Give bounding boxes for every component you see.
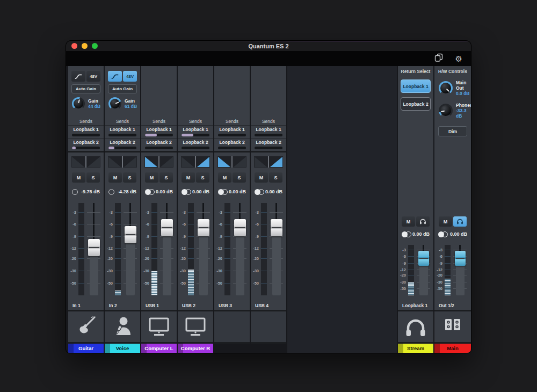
- fader-track[interactable]: [416, 245, 431, 295]
- fader-cap[interactable]: [125, 226, 136, 243]
- fader-track[interactable]: [122, 203, 138, 295]
- mute-button[interactable]: M: [218, 172, 231, 183]
- stereo-link-toggle[interactable]: [438, 231, 448, 237]
- phantom-power-button[interactable]: 48V: [86, 71, 100, 82]
- fader-track[interactable]: [232, 203, 248, 295]
- mono-link-toggle[interactable]: [108, 189, 114, 195]
- fader-cap[interactable]: [198, 219, 209, 236]
- monitor-name[interactable]: Loopback 1: [398, 301, 433, 310]
- fader-track[interactable]: [159, 203, 175, 295]
- mute-button[interactable]: M: [72, 172, 85, 183]
- mute-button[interactable]: M: [145, 172, 158, 183]
- send-level-bar[interactable]: [72, 147, 100, 149]
- channel-name[interactable]: In 1: [68, 301, 104, 310]
- return-select-button[interactable]: Loopback 2: [401, 97, 431, 111]
- pan-control[interactable]: [254, 156, 283, 168]
- main-out-knob[interactable]: [439, 81, 453, 95]
- gain-knob[interactable]: [72, 97, 85, 110]
- pan-center-line: [158, 156, 159, 168]
- mute-button[interactable]: M: [255, 172, 268, 183]
- gain-knob[interactable]: [108, 97, 121, 110]
- phones-assign-button[interactable]: [453, 216, 467, 227]
- channel-name[interactable]: USB 4: [251, 301, 286, 310]
- send-label: Loopback 2: [214, 140, 250, 145]
- send-level-bar[interactable]: [182, 134, 209, 136]
- fader-cap[interactable]: [271, 219, 282, 236]
- send-level-bar[interactable]: [145, 134, 173, 136]
- mute-button[interactable]: M: [182, 172, 195, 183]
- mono-link-toggle[interactable]: [72, 189, 78, 195]
- channel-color-label[interactable]: Voice: [105, 344, 140, 353]
- channel-name[interactable]: USB 2: [178, 301, 213, 310]
- channel-color-label[interactable]: Stream: [398, 344, 433, 353]
- settings-gear-icon[interactable]: ⚙︎: [455, 55, 462, 63]
- scenes-icon[interactable]: [434, 53, 444, 64]
- send-level-bar[interactable]: [182, 147, 209, 149]
- send-level-bar[interactable]: [72, 134, 100, 136]
- solo-button[interactable]: S: [123, 172, 136, 183]
- fader-cap[interactable]: [88, 239, 100, 256]
- fader-cap[interactable]: [455, 251, 466, 266]
- monitor-name[interactable]: Out 1/2: [434, 301, 471, 310]
- send-level-bar[interactable]: [255, 147, 282, 149]
- fader-track[interactable]: [195, 203, 211, 295]
- dim-button[interactable]: Dim: [438, 126, 467, 136]
- send-level-bar[interactable]: [218, 147, 246, 149]
- channel-name[interactable]: USB 1: [141, 301, 177, 310]
- auto-gain-button[interactable]: Auto Gain: [71, 84, 100, 93]
- fader-cap[interactable]: [418, 251, 429, 266]
- knob-pointer: [439, 104, 452, 117]
- channel-color-label[interactable]: Main: [434, 344, 471, 353]
- solo-button[interactable]: S: [86, 172, 100, 183]
- send-level-bar[interactable]: [145, 147, 173, 149]
- scale-label: -20: [180, 256, 186, 261]
- stereo-link-toggle[interactable]: [255, 189, 264, 195]
- mute-button[interactable]: M: [402, 216, 415, 227]
- stereo-link-toggle[interactable]: [182, 189, 191, 195]
- send-level-bar[interactable]: [218, 134, 246, 136]
- fader-track[interactable]: [86, 203, 101, 295]
- highpass-filter-button[interactable]: [71, 71, 85, 82]
- return-select-button[interactable]: Loopback 1: [401, 79, 431, 93]
- send-level-fill: [182, 134, 193, 136]
- pan-control[interactable]: [181, 156, 210, 168]
- phones-knob[interactable]: [439, 104, 453, 118]
- minimize-button[interactable]: [82, 43, 88, 49]
- fader-track[interactable]: [268, 203, 284, 295]
- sends-header: Sends: [251, 117, 286, 125]
- highpass-filter-button[interactable]: [108, 71, 122, 82]
- stereo-link-toggle[interactable]: [402, 231, 411, 237]
- pan-control[interactable]: [144, 156, 173, 168]
- solo-button[interactable]: S: [269, 172, 282, 183]
- channel-color-label[interactable]: Computer R: [178, 344, 213, 353]
- scale-label: -3: [439, 248, 442, 252]
- channel-color-label[interactable]: Guitar: [68, 344, 104, 353]
- channel-strip: Sends Loopback 1 Loopback 2 M S 0.00 dB …: [214, 66, 250, 353]
- send-level-bar[interactable]: [108, 147, 136, 149]
- solo-button[interactable]: S: [233, 172, 246, 183]
- close-button[interactable]: [71, 43, 77, 49]
- pan-control[interactable]: [217, 156, 246, 168]
- phantom-power-button[interactable]: 48V: [123, 71, 137, 82]
- fader-cap[interactable]: [234, 219, 246, 236]
- send-level-bar[interactable]: [255, 134, 282, 136]
- mute-label: M: [77, 175, 81, 180]
- auto-gain-button[interactable]: Auto Gain: [108, 84, 137, 93]
- stereo-link-toggle[interactable]: [218, 189, 228, 195]
- phones-assign-button[interactable]: [416, 216, 430, 227]
- mute-button[interactable]: M: [108, 172, 122, 183]
- solo-button[interactable]: S: [196, 172, 209, 183]
- channel-color-label[interactable]: Computer L: [141, 344, 177, 353]
- channel-name[interactable]: In 2: [105, 301, 140, 310]
- channel-name[interactable]: USB 3: [214, 301, 250, 310]
- fader-track[interactable]: [452, 245, 468, 295]
- fader-cap[interactable]: [161, 219, 173, 236]
- solo-button[interactable]: S: [159, 172, 173, 183]
- pan-control[interactable]: [71, 156, 100, 168]
- stereo-link-toggle[interactable]: [145, 189, 155, 195]
- mute-button[interactable]: M: [439, 216, 452, 227]
- pan-control[interactable]: [108, 156, 137, 168]
- send-label: Loopback 1: [214, 127, 250, 132]
- zoom-button[interactable]: [92, 43, 98, 49]
- send-level-bar[interactable]: [108, 134, 136, 136]
